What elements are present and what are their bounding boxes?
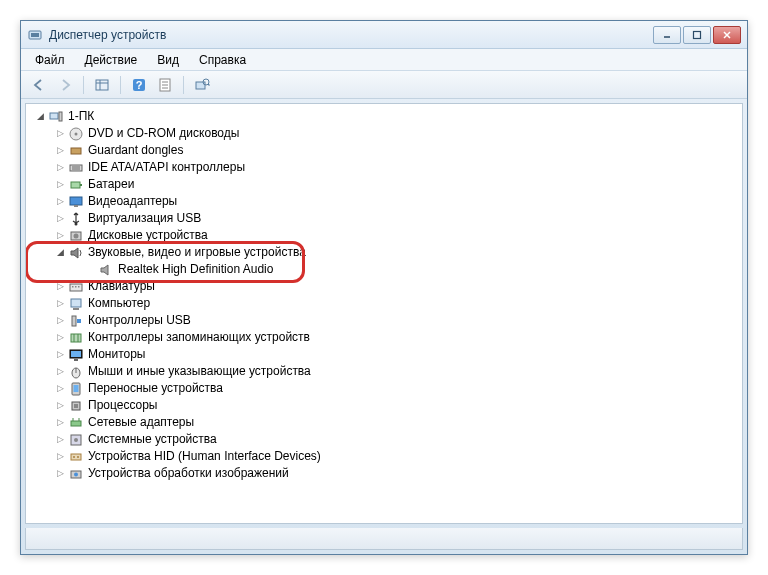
maximize-button[interactable] [683, 26, 711, 44]
svg-rect-6 [96, 80, 108, 90]
svg-rect-35 [75, 286, 77, 288]
toolbar: ? [21, 71, 747, 99]
tree-category-label: Guardant dongles [88, 142, 183, 159]
device-manager-window: Диспетчер устройств Файл Действие Вид Сп… [20, 20, 748, 555]
svg-rect-50 [74, 404, 78, 408]
svg-rect-22 [71, 148, 81, 154]
show-hidden-button[interactable] [90, 74, 114, 96]
svg-line-17 [208, 84, 210, 86]
svg-point-21 [75, 132, 78, 135]
tree-category-label: Мониторы [88, 346, 145, 363]
titlebar[interactable]: Диспетчер устройств [21, 21, 747, 49]
svg-text:?: ? [136, 79, 143, 91]
tree-category[interactable]: Батареи [28, 176, 740, 193]
help-button[interactable]: ? [127, 74, 151, 96]
tree-category-label: Дисковые устройства [88, 227, 208, 244]
menu-help[interactable]: Справка [189, 51, 256, 69]
svg-point-32 [74, 233, 79, 238]
display-icon [68, 194, 84, 210]
computer-icon [68, 296, 84, 312]
tree-category[interactable]: Процессоры [28, 397, 740, 414]
cpu-icon [68, 398, 84, 414]
storage-icon [68, 330, 84, 346]
tree-device-label: Realtek High Definition Audio [118, 261, 273, 278]
svg-rect-34 [72, 286, 74, 288]
menu-file[interactable]: Файл [25, 51, 75, 69]
tree-category-label: Переносные устройства [88, 380, 223, 397]
tree-category[interactable]: DVD и CD-ROM дисководы [28, 125, 740, 142]
forward-button[interactable] [53, 74, 77, 96]
menu-action[interactable]: Действие [75, 51, 148, 69]
tree-category-label: Устройства обработки изображений [88, 465, 289, 482]
tree-category-label: Батареи [88, 176, 134, 193]
svg-point-58 [77, 456, 79, 458]
tree-category-label: Системные устройства [88, 431, 217, 448]
usbctl-icon [68, 313, 84, 329]
monitor-icon [68, 347, 84, 363]
window-title: Диспетчер устройств [49, 28, 653, 42]
tree-category[interactable]: Звуковые, видео и игровые устройства [28, 244, 740, 261]
network-icon [68, 415, 84, 431]
tree-category[interactable]: Контроллеры USB [28, 312, 740, 329]
tree-category[interactable]: Клавиатуры [28, 278, 740, 295]
tree-category[interactable]: Виртуализация USB [28, 210, 740, 227]
tree-category[interactable]: Системные устройства [28, 431, 740, 448]
svg-rect-1 [31, 33, 39, 37]
toolbar-separator [120, 76, 121, 94]
computer-icon [48, 109, 64, 125]
svg-rect-43 [71, 351, 81, 357]
tree-root[interactable]: 1-ПК [28, 108, 740, 125]
svg-rect-26 [71, 182, 80, 188]
svg-rect-39 [72, 316, 76, 326]
svg-rect-36 [78, 286, 80, 288]
tree-category[interactable]: Мыши и иные указывающие устройства [28, 363, 740, 380]
tree-category-label: Клавиатуры [88, 278, 155, 295]
close-button[interactable] [713, 26, 741, 44]
svg-rect-40 [77, 319, 81, 323]
tree-device[interactable]: Realtek High Definition Audio [28, 261, 740, 278]
tree-category[interactable]: Устройства HID (Human Interface Devices) [28, 448, 740, 465]
menu-view[interactable]: Вид [147, 51, 189, 69]
imaging-icon [68, 466, 84, 482]
tree-category[interactable]: Сетевые адаптеры [28, 414, 740, 431]
tree-category[interactable]: Переносные устройства [28, 380, 740, 397]
mouse-icon [68, 364, 84, 380]
svg-rect-37 [71, 299, 81, 307]
tree-category[interactable]: Дисковые устройства [28, 227, 740, 244]
tree-category[interactable]: Устройства обработки изображений [28, 465, 740, 482]
window-controls [653, 26, 741, 44]
svg-rect-51 [71, 421, 81, 426]
tree-category-label: DVD и CD-ROM дисководы [88, 125, 239, 142]
dongle-icon [68, 143, 84, 159]
tree-category-label: Компьютер [88, 295, 150, 312]
app-icon [27, 27, 43, 43]
svg-rect-23 [70, 165, 82, 171]
tree-category[interactable]: Guardant dongles [28, 142, 740, 159]
tree-category[interactable]: Компьютер [28, 295, 740, 312]
system-icon [68, 432, 84, 448]
tree-root-label: 1-ПК [68, 108, 94, 125]
tree-category[interactable]: IDE ATA/ATAPI контроллеры [28, 159, 740, 176]
tree-category-label: Звуковые, видео и игровые устройства [88, 244, 306, 261]
svg-rect-3 [694, 31, 701, 38]
svg-rect-56 [71, 454, 81, 460]
minimize-button[interactable] [653, 26, 681, 44]
tree-category-label: Видеоадаптеры [88, 193, 177, 210]
back-button[interactable] [27, 74, 51, 96]
svg-rect-41 [71, 334, 81, 342]
tree-category-label: Процессоры [88, 397, 158, 414]
tree-category-label: Контроллеры запоминающих устройств [88, 329, 310, 346]
properties-button[interactable] [153, 74, 177, 96]
svg-point-57 [73, 456, 75, 458]
svg-rect-38 [73, 308, 79, 310]
tree-category[interactable]: Контроллеры запоминающих устройств [28, 329, 740, 346]
ide-icon [68, 160, 84, 176]
sound-icon [68, 245, 84, 261]
svg-rect-19 [59, 112, 62, 121]
toolbar-separator [183, 76, 184, 94]
menubar: Файл Действие Вид Справка [21, 49, 747, 71]
scan-hardware-button[interactable] [190, 74, 214, 96]
tree-category[interactable]: Мониторы [28, 346, 740, 363]
portable-icon [68, 381, 84, 397]
tree-category[interactable]: Видеоадаптеры [28, 193, 740, 210]
